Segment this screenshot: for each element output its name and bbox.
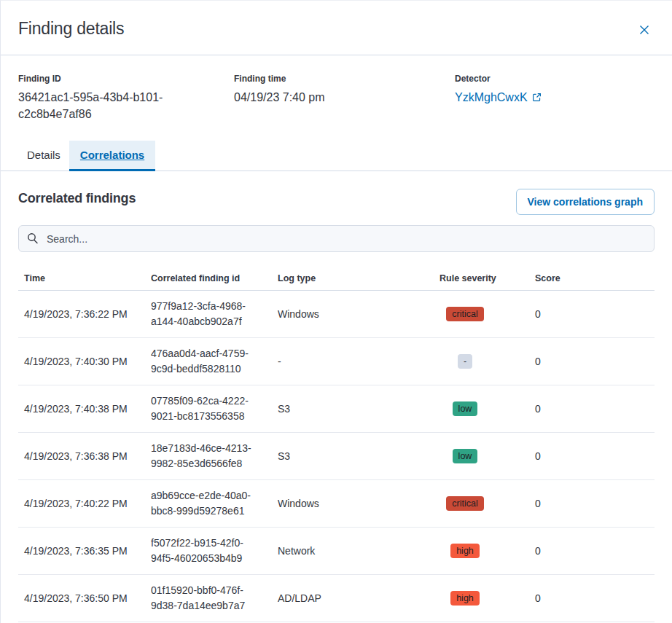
finding-id-label: Finding ID [18,73,234,85]
cell-log-type: Network [272,528,434,575]
cell-log-type: AD/LDAP [272,575,434,622]
cell-time: 4/19/2023, 7:40:38 PM [18,385,145,433]
detector-group: Detector YzkMghCwxK [455,73,655,122]
severity-badge: critical [446,496,483,511]
view-correlations-graph-button[interactable]: View correlations graph [516,189,655,215]
finding-time-group: Finding time 04/19/23 7:40 pm [234,73,455,122]
cell-log-type: Windows [272,291,434,338]
search-bar [18,225,655,252]
cell-log-type: S3 [272,433,434,480]
column-header-score: Score [529,267,655,291]
cell-time: 4/19/2023, 7:36:35 PM [18,528,145,575]
cell-rule-severity: low [434,385,529,433]
cell-score: 0 [529,385,655,433]
cell-score: 0 [529,575,655,622]
search-input[interactable] [18,225,655,252]
page-title: Finding details [18,17,124,40]
table-row: 4/19/2023, 7:40:30 PM476aa0d4-aacf-4759-… [18,338,655,385]
tabs-bar: Details Correlations [1,141,672,171]
table-row: 4/19/2023, 7:40:38 PM07785f09-62ca-4222-… [18,385,655,433]
cell-rule-severity: critical [434,480,529,528]
finding-details-flyout: Finding details Finding ID 36421ac1-595a… [0,0,672,623]
finding-time-label: Finding time [234,73,455,85]
cell-time: 4/19/2023, 7:36:22 PM [18,291,145,338]
cell-finding-id: 07785f09-62ca-4222-9021-bc8173556358 [145,385,272,433]
severity-badge: critical [446,307,483,321]
correlated-findings-table: Time Correlated finding id Log type Rule… [18,267,655,623]
table-header-row: Time Correlated finding id Log type Rule… [18,267,655,291]
close-icon [639,25,649,35]
table-row: 4/19/2023, 7:40:22 PMa9b69cce-e2de-40a0-… [18,480,655,528]
severity-badge: low [453,401,478,416]
cell-time: 4/19/2023, 7:40:30 PM [18,338,145,385]
severity-badge: - [458,354,472,369]
cell-log-type: - [272,338,434,385]
cell-score: 0 [529,480,655,528]
finding-id-value: 36421ac1-595a-43b4-b101-c2c8b4e7af86 [18,89,200,122]
cell-score: 0 [529,291,655,338]
cell-finding-id: 01f15920-bbf0-476f-9d38-7da14ee9b7a7 [145,575,272,622]
finding-meta: Finding ID 36421ac1-595a-43b4-b101-c2c8b… [1,55,672,122]
cell-score: 0 [529,433,655,480]
cell-finding-id: 977f9a12-3cfa-4968-a144-40abcb902a7f [145,291,272,338]
cell-log-type: Windows [272,480,434,528]
cell-score: 0 [529,338,655,385]
cell-finding-id: f5072f22-b915-42f0-94f5-46020653b4b9 [145,528,272,575]
finding-time-value: 04/19/23 7:40 pm [234,89,416,106]
cell-time: 4/19/2023, 7:40:22 PM [18,480,145,528]
table-row: 4/19/2023, 7:36:35 PMf5072f22-b915-42f0-… [18,528,655,575]
cell-rule-severity: low [434,433,529,480]
cell-time: 4/19/2023, 7:36:38 PM [18,433,145,480]
section-title: Correlated findings [18,189,136,208]
detector-link-text: YzkMghCwxK [455,89,528,106]
cell-rule-severity: - [434,338,529,385]
detector-link[interactable]: YzkMghCwxK [455,89,542,106]
external-link-icon [532,93,542,102]
cell-rule-severity: high [434,575,529,622]
table-row: 4/19/2023, 7:36:50 PM01f15920-bbf0-476f-… [18,575,655,622]
cell-finding-id: 476aa0d4-aacf-4759-9c9d-beddf5828110 [145,338,272,385]
detector-label: Detector [455,73,655,85]
cell-log-type: S3 [272,385,434,433]
flyout-header: Finding details [1,1,672,55]
cell-finding-id: a9b69cce-e2de-40a0-bbc8-999d59278e61 [145,480,272,528]
column-header-time: Time [18,267,145,291]
cell-time: 4/19/2023, 7:36:50 PM [18,575,145,622]
table-row: 4/19/2023, 7:36:22 PM977f9a12-3cfa-4968-… [18,291,655,338]
tab-correlations[interactable]: Correlations [69,141,155,171]
column-header-rule-severity: Rule severity [434,267,529,291]
cell-score: 0 [529,528,655,575]
column-header-log-type: Log type [272,267,434,291]
close-button[interactable] [634,20,655,40]
table-row: 4/19/2023, 7:36:38 PM18e7183d-46ce-4213-… [18,433,655,480]
cell-rule-severity: critical [434,291,529,338]
tab-details[interactable]: Details [18,141,69,171]
column-header-finding-id: Correlated finding id [145,267,272,291]
finding-id-group: Finding ID 36421ac1-595a-43b4-b101-c2c8b… [18,73,234,122]
severity-badge: low [453,449,478,463]
cell-finding-id: 18e7183d-46ce-4213-9982-85e3d6566fe8 [145,433,272,480]
severity-badge: high [450,544,480,558]
cell-rule-severity: high [434,528,529,575]
correlated-findings-header: Correlated findings View correlations gr… [1,171,672,215]
severity-badge: high [450,591,480,606]
